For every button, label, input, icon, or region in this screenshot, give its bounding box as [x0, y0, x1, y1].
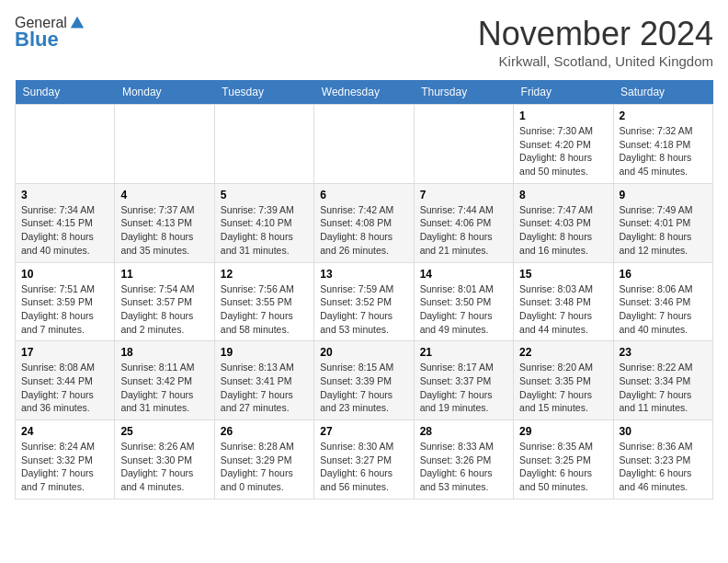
days-header-row: SundayMondayTuesdayWednesdayThursdayFrid…: [16, 80, 713, 105]
day-number: 19: [221, 346, 308, 359]
day-cell: 20Sunrise: 8:15 AM Sunset: 3:39 PM Dayli…: [314, 341, 414, 420]
day-info: Sunrise: 8:06 AM Sunset: 3:46 PM Dayligh…: [620, 282, 707, 337]
header-tuesday: Tuesday: [214, 80, 313, 105]
day-info: Sunrise: 8:15 AM Sunset: 3:39 PM Dayligh…: [320, 361, 407, 415]
day-cell: 12Sunrise: 7:56 AM Sunset: 3:55 PM Dayli…: [214, 262, 313, 341]
day-cell: [414, 105, 513, 184]
logo: General Blue: [15, 15, 85, 52]
day-number: 27: [320, 425, 407, 438]
location-text: Kirkwall, Scotland, United Kingdom: [478, 53, 713, 69]
day-cell: [115, 105, 214, 184]
day-cell: 28Sunrise: 8:33 AM Sunset: 3:26 PM Dayli…: [414, 420, 513, 500]
day-number: 2: [620, 109, 707, 122]
day-number: 29: [519, 425, 607, 438]
month-title: November 2024: [478, 15, 713, 53]
day-number: 18: [120, 346, 208, 359]
day-number: 22: [519, 346, 607, 359]
day-info: Sunrise: 8:26 AM Sunset: 3:30 PM Dayligh…: [120, 440, 208, 494]
day-info: Sunrise: 8:20 AM Sunset: 3:35 PM Dayligh…: [519, 361, 607, 415]
day-info: Sunrise: 8:24 AM Sunset: 3:32 PM Dayligh…: [21, 440, 108, 494]
day-cell: 15Sunrise: 8:03 AM Sunset: 3:48 PM Dayli…: [514, 262, 613, 341]
day-cell: [16, 105, 115, 184]
day-cell: 27Sunrise: 8:30 AM Sunset: 3:27 PM Dayli…: [314, 420, 414, 500]
title-block: November 2024 Kirkwall, Scotland, United…: [478, 15, 713, 69]
day-number: 4: [120, 189, 208, 201]
day-info: Sunrise: 8:36 AM Sunset: 3:23 PM Dayligh…: [620, 440, 707, 494]
day-cell: 13Sunrise: 7:59 AM Sunset: 3:52 PM Dayli…: [314, 262, 414, 341]
day-number: 24: [21, 425, 108, 438]
day-cell: 11Sunrise: 7:54 AM Sunset: 3:57 PM Dayli…: [115, 262, 214, 341]
header-monday: Monday: [115, 80, 214, 105]
day-info: Sunrise: 8:01 AM Sunset: 3:50 PM Dayligh…: [420, 282, 507, 337]
day-info: Sunrise: 8:11 AM Sunset: 3:42 PM Dayligh…: [120, 361, 208, 415]
day-info: Sunrise: 7:51 AM Sunset: 3:59 PM Dayligh…: [21, 282, 108, 337]
svg-marker-0: [71, 17, 84, 29]
day-info: Sunrise: 8:28 AM Sunset: 3:29 PM Dayligh…: [221, 440, 308, 494]
header-wednesday: Wednesday: [314, 80, 414, 105]
day-cell: 1Sunrise: 7:30 AM Sunset: 4:20 PM Daylig…: [514, 105, 613, 184]
day-cell: 24Sunrise: 8:24 AM Sunset: 3:32 PM Dayli…: [16, 420, 115, 500]
day-number: 25: [120, 425, 208, 438]
day-number: 16: [620, 268, 707, 281]
day-cell: [214, 105, 313, 184]
day-info: Sunrise: 8:22 AM Sunset: 3:34 PM Dayligh…: [620, 361, 707, 415]
day-number: 6: [320, 189, 407, 201]
day-cell: 9Sunrise: 7:49 AM Sunset: 4:01 PM Daylig…: [613, 183, 712, 262]
day-number: 10: [21, 268, 108, 281]
day-info: Sunrise: 7:37 AM Sunset: 4:13 PM Dayligh…: [120, 203, 208, 258]
day-cell: 23Sunrise: 8:22 AM Sunset: 3:34 PM Dayli…: [613, 341, 712, 420]
day-cell: 30Sunrise: 8:36 AM Sunset: 3:23 PM Dayli…: [613, 420, 712, 500]
day-info: Sunrise: 7:32 AM Sunset: 4:18 PM Dayligh…: [620, 124, 707, 178]
day-number: 7: [420, 189, 507, 201]
day-info: Sunrise: 8:03 AM Sunset: 3:48 PM Dayligh…: [519, 282, 607, 337]
day-cell: 4Sunrise: 7:37 AM Sunset: 4:13 PM Daylig…: [115, 183, 214, 262]
day-info: Sunrise: 7:56 AM Sunset: 3:55 PM Dayligh…: [221, 282, 308, 337]
day-cell: 25Sunrise: 8:26 AM Sunset: 3:30 PM Dayli…: [115, 420, 214, 500]
day-info: Sunrise: 7:59 AM Sunset: 3:52 PM Dayligh…: [320, 282, 407, 337]
day-number: 3: [21, 189, 108, 201]
header-saturday: Saturday: [613, 80, 712, 105]
day-cell: 21Sunrise: 8:17 AM Sunset: 3:37 PM Dayli…: [414, 341, 513, 420]
page-header: General Blue November 2024 Kirkwall, Sco…: [15, 15, 713, 69]
day-info: Sunrise: 8:13 AM Sunset: 3:41 PM Dayligh…: [221, 361, 308, 415]
day-number: 14: [420, 268, 507, 281]
day-cell: 7Sunrise: 7:44 AM Sunset: 4:06 PM Daylig…: [414, 183, 513, 262]
day-cell: 19Sunrise: 8:13 AM Sunset: 3:41 PM Dayli…: [214, 341, 313, 420]
header-thursday: Thursday: [414, 80, 513, 105]
day-number: 26: [221, 425, 308, 438]
header-sunday: Sunday: [16, 80, 115, 105]
day-cell: 26Sunrise: 8:28 AM Sunset: 3:29 PM Dayli…: [214, 420, 313, 500]
day-cell: 22Sunrise: 8:20 AM Sunset: 3:35 PM Dayli…: [514, 341, 613, 420]
day-cell: 8Sunrise: 7:47 AM Sunset: 4:03 PM Daylig…: [514, 183, 613, 262]
week-row-2: 10Sunrise: 7:51 AM Sunset: 3:59 PM Dayli…: [16, 262, 713, 341]
day-number: 12: [221, 268, 308, 281]
day-number: 9: [620, 189, 707, 201]
day-cell: 3Sunrise: 7:34 AM Sunset: 4:15 PM Daylig…: [16, 183, 115, 262]
week-row-4: 24Sunrise: 8:24 AM Sunset: 3:32 PM Dayli…: [16, 420, 713, 500]
day-info: Sunrise: 8:35 AM Sunset: 3:25 PM Dayligh…: [519, 440, 607, 494]
day-info: Sunrise: 7:49 AM Sunset: 4:01 PM Dayligh…: [620, 203, 707, 258]
day-info: Sunrise: 7:34 AM Sunset: 4:15 PM Dayligh…: [21, 203, 108, 258]
week-row-3: 17Sunrise: 8:08 AM Sunset: 3:44 PM Dayli…: [16, 341, 713, 420]
day-number: 8: [519, 189, 607, 201]
day-cell: 18Sunrise: 8:11 AM Sunset: 3:42 PM Dayli…: [115, 341, 214, 420]
day-number: 28: [420, 425, 507, 438]
day-cell: 6Sunrise: 7:42 AM Sunset: 4:08 PM Daylig…: [314, 183, 414, 262]
day-number: 13: [320, 268, 407, 281]
day-number: 11: [120, 268, 208, 281]
day-info: Sunrise: 8:08 AM Sunset: 3:44 PM Dayligh…: [21, 361, 108, 415]
day-info: Sunrise: 7:42 AM Sunset: 4:08 PM Dayligh…: [320, 203, 407, 258]
week-row-1: 3Sunrise: 7:34 AM Sunset: 4:15 PM Daylig…: [16, 183, 713, 262]
day-info: Sunrise: 8:17 AM Sunset: 3:37 PM Dayligh…: [420, 361, 507, 415]
day-info: Sunrise: 7:39 AM Sunset: 4:10 PM Dayligh…: [221, 203, 308, 258]
logo-icon: [69, 15, 85, 31]
day-cell: 10Sunrise: 7:51 AM Sunset: 3:59 PM Dayli…: [16, 262, 115, 341]
day-number: 20: [320, 346, 407, 359]
day-number: 5: [221, 189, 308, 201]
day-cell: 5Sunrise: 7:39 AM Sunset: 4:10 PM Daylig…: [214, 183, 313, 262]
day-number: 15: [519, 268, 607, 281]
week-row-0: 1Sunrise: 7:30 AM Sunset: 4:20 PM Daylig…: [16, 105, 713, 184]
day-info: Sunrise: 8:30 AM Sunset: 3:27 PM Dayligh…: [320, 440, 407, 494]
header-friday: Friday: [514, 80, 613, 105]
day-info: Sunrise: 7:54 AM Sunset: 3:57 PM Dayligh…: [120, 282, 208, 337]
